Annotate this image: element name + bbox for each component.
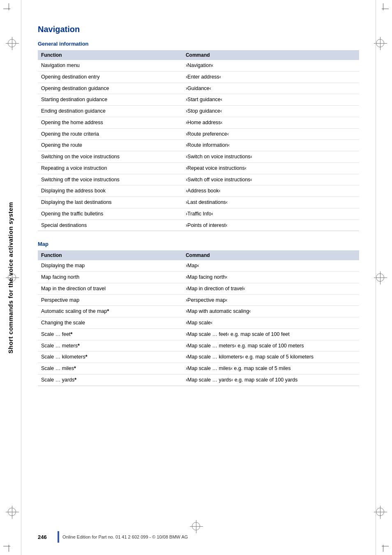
footer-text: Online Edition for Part no. 01 41 2 602 … — [62, 534, 188, 539]
command-cell: ›Navigation‹ — [182, 60, 359, 71]
command-cell: ›Traffic Info‹ — [182, 208, 359, 220]
general-table-header: Function Command — [38, 50, 359, 60]
command-cell: ›Home address‹ — [182, 117, 359, 128]
table-row: Scale … meters*›Map scale … meters‹ e.g.… — [38, 340, 359, 352]
command-cell: ›Map scale‹ — [182, 317, 359, 329]
command-cell: ›Repeat voice instructions‹ — [182, 162, 359, 174]
table-row: Opening destination guidance›Guidance‹ — [38, 83, 359, 94]
function-cell: Scale … yards* — [38, 374, 182, 386]
command-cell: ›Map scale … feet‹ e.g. map scale of 100… — [182, 328, 359, 340]
function-cell: Scale … kilometers* — [38, 352, 182, 363]
function-cell: Opening the route criteria — [38, 128, 182, 140]
function-cell: Changing the scale — [38, 317, 182, 329]
footer: 246 Online Edition for Part no. 01 41 2 … — [38, 531, 359, 543]
function-cell: Displaying the map — [38, 260, 182, 271]
table-row: Opening the route›Route information‹ — [38, 140, 359, 151]
footer-page-number: 246 — [38, 534, 54, 540]
table-row: Navigation menu›Navigation‹ — [38, 60, 359, 71]
function-cell: Opening the route — [38, 140, 182, 151]
function-cell: Switching off the voice instructions — [38, 174, 182, 185]
command-cell: ›Start guidance‹ — [182, 94, 359, 106]
function-cell: Opening destination entry — [38, 71, 182, 83]
right-margin — [376, 0, 392, 555]
function-cell: Opening the home address — [38, 117, 182, 128]
function-cell: Starting destination guidance — [38, 94, 182, 106]
command-cell: ›Map scale … kilometers‹ e.g. map scale … — [182, 352, 359, 363]
function-cell: Perspective map — [38, 294, 182, 306]
function-cell: Map facing north — [38, 272, 182, 283]
command-cell: ›Address book‹ — [182, 185, 359, 197]
command-cell: ›Stop guidance‹ — [182, 106, 359, 117]
table-row: Scale … miles*›Map scale … miles‹ e.g. m… — [38, 363, 359, 375]
command-cell: ›Route preference‹ — [182, 128, 359, 140]
table-row: Special destinations›Points of interest‹ — [38, 220, 359, 231]
table-row: Ending destination guidance›Stop guidanc… — [38, 106, 359, 117]
general-col-command: Command — [182, 50, 359, 60]
function-cell: Displaying the last destinations — [38, 197, 182, 208]
command-cell: ›Map scale … meters‹ e.g. map scale of 1… — [182, 340, 359, 352]
command-cell: ›Switch off voice instructions‹ — [182, 174, 359, 185]
main-content: Navigation General information Function … — [21, 0, 376, 555]
command-cell: ›Enter address‹ — [182, 71, 359, 83]
map-table-header: Function Command — [38, 250, 359, 260]
function-cell: Scale … miles* — [38, 363, 182, 375]
general-col-function: Function — [38, 50, 182, 60]
command-cell: ›Map in direction of travel‹ — [182, 283, 359, 294]
table-row: Scale … kilometers*›Map scale … kilomete… — [38, 352, 359, 363]
table-row: Displaying the last destinations›Last de… — [38, 197, 359, 208]
table-row: Scale … yards*›Map scale … yards‹ e.g. m… — [38, 374, 359, 386]
table-row: Starting destination guidance›Start guid… — [38, 94, 359, 106]
command-cell: ›Guidance‹ — [182, 83, 359, 94]
sidebar: Short commands for the voice activation … — [0, 0, 21, 555]
table-row: Opening the home address›Home address‹ — [38, 117, 359, 128]
function-cell: Opening the traffic bulletins — [38, 208, 182, 220]
table-row: Switching off the voice instructions›Swi… — [38, 174, 359, 185]
table-row: Opening the traffic bulletins›Traffic In… — [38, 208, 359, 220]
function-cell: Scale … feet* — [38, 328, 182, 340]
function-cell: Navigation menu — [38, 60, 182, 71]
table-row: Changing the scale›Map scale‹ — [38, 317, 359, 329]
command-cell: ›Map facing north‹ — [182, 272, 359, 283]
table-row: Scale … feet*›Map scale … feet‹ e.g. map… — [38, 328, 359, 340]
page-title: Navigation — [38, 25, 359, 34]
command-cell: ›Map with automatic scaling‹ — [182, 306, 359, 317]
map-col-command: Command — [182, 250, 359, 260]
map-table-body: Displaying the map›Map‹Map facing north›… — [38, 260, 359, 386]
function-cell: Displaying the address book — [38, 185, 182, 197]
table-row: Map facing north›Map facing north‹ — [38, 272, 359, 283]
table-row: Automatic scaling of the map*›Map with a… — [38, 306, 359, 317]
table-row: Perspective map›Perspective map‹ — [38, 294, 359, 306]
command-cell: ›Route information‹ — [182, 140, 359, 151]
command-cell: ›Map‹ — [182, 260, 359, 271]
footer-bar — [58, 531, 59, 543]
function-cell: Scale … meters* — [38, 340, 182, 352]
general-table: Function Command Navigation menu›Navigat… — [38, 50, 359, 231]
function-cell: Switching on the voice instructions — [38, 151, 182, 163]
function-cell: Special destinations — [38, 220, 182, 231]
command-cell: ›Switch on voice instructions‹ — [182, 151, 359, 163]
command-cell: ›Last destinations‹ — [182, 197, 359, 208]
command-cell: ›Perspective map‹ — [182, 294, 359, 306]
function-cell: Automatic scaling of the map* — [38, 306, 182, 317]
function-cell: Opening destination guidance — [38, 83, 182, 94]
page-container: Short commands for the voice activation … — [0, 0, 392, 555]
sidebar-label: Short commands for the voice activation … — [7, 202, 14, 354]
command-cell: ›Points of interest‹ — [182, 220, 359, 231]
map-table: Function Command Displaying the map›Map‹… — [38, 250, 359, 386]
function-cell: Repeating a voice instruction — [38, 162, 182, 174]
table-row: Displaying the address book›Address book… — [38, 185, 359, 197]
map-col-function: Function — [38, 250, 182, 260]
table-row: Map in the direction of travel›Map in di… — [38, 283, 359, 294]
map-section-title: Map — [38, 241, 359, 247]
command-cell: ›Map scale … yards‹ e.g. map scale of 10… — [182, 374, 359, 386]
function-cell: Ending destination guidance — [38, 106, 182, 117]
table-row: Opening destination entry›Enter address‹ — [38, 71, 359, 83]
table-row: Opening the route criteria›Route prefere… — [38, 128, 359, 140]
command-cell: ›Map scale … miles‹ e.g. map scale of 5 … — [182, 363, 359, 375]
general-table-body: Navigation menu›Navigation‹Opening desti… — [38, 60, 359, 231]
table-row: Displaying the map›Map‹ — [38, 260, 359, 271]
function-cell: Map in the direction of travel — [38, 283, 182, 294]
general-section-title: General information — [38, 41, 359, 47]
table-row: Switching on the voice instructions›Swit… — [38, 151, 359, 163]
table-row: Repeating a voice instruction›Repeat voi… — [38, 162, 359, 174]
